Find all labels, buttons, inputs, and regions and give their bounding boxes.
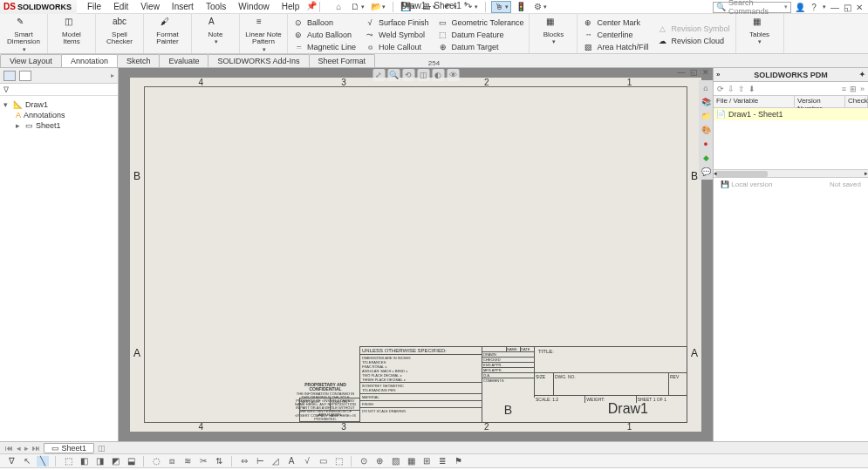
filter-dropdown-icon[interactable]: ∇ (5, 456, 17, 467)
chamfer-dim-icon[interactable]: ◿ (270, 456, 282, 467)
centerline-button[interactable]: ╌Centerline (583, 29, 648, 40)
select-tool-icon[interactable]: ↖ (21, 456, 33, 467)
tp-file-explorer-icon[interactable]: 📁 (700, 110, 712, 122)
line-tool-icon[interactable]: ╲ (37, 456, 49, 467)
add-sheet-icon[interactable]: ◫ (98, 444, 106, 453)
table-tool-icon[interactable]: ⊞ (420, 456, 433, 467)
sheet-nav-prev-icon[interactable]: ◂ (17, 444, 21, 453)
login-icon[interactable]: 👤 (795, 2, 805, 12)
ribbon-format-painter[interactable]: 🖌Format Painter (144, 14, 192, 53)
block-tool-icon[interactable]: ▦ (405, 456, 417, 467)
help-dropdown-icon[interactable]: ▾ (823, 3, 826, 10)
collapse-icon[interactable]: ▾ (3, 100, 10, 109)
pdm-pin-icon[interactable]: ✦ (859, 68, 865, 82)
tree-sheet1[interactable]: ▸▭Sheet1 (3, 120, 114, 131)
zoom-area-icon[interactable]: 🔍 (387, 69, 400, 81)
magnetic-line-button[interactable]: ⎓Magnetic Line (293, 41, 356, 52)
pdm-options-icon[interactable]: ≡ (842, 85, 846, 93)
hatch-tool-icon[interactable]: ▨ (389, 456, 401, 467)
scroll-left-icon[interactable]: ◂ (714, 170, 717, 177)
standard-view-icon[interactable]: ◧ (78, 456, 90, 467)
detail-view-icon[interactable]: ◌ (150, 456, 162, 467)
tab-sketch[interactable]: Sketch (117, 54, 161, 67)
dim-tool-icon[interactable]: ⇔ (238, 456, 250, 467)
hide-show-icon[interactable]: 👁 (447, 69, 459, 81)
options-button[interactable]: ⚙▾ (530, 2, 549, 12)
ribbon-tables[interactable]: ▦Tables▾ (736, 14, 784, 53)
geo-tol-tool-icon[interactable]: ▭ (317, 456, 329, 467)
doc-minimize-button[interactable]: — (676, 68, 687, 77)
datum-feature-button[interactable]: ⬚Datum Feature (438, 29, 524, 40)
sheet-nav-next-icon[interactable]: ▸ (24, 444, 29, 453)
drawing-canvas[interactable]: — ◱ ✕ ⤢ 🔍 ⟲ ◫ ◐ 👁 4 3 2 1 4 3 2 1 B B A (119, 68, 713, 441)
section-tool-icon[interactable]: ⬓ (125, 456, 137, 467)
prev-view-icon[interactable]: ⟲ (402, 69, 414, 81)
flag-tool-icon[interactable]: ⚑ (452, 456, 464, 467)
tp-appearances-icon[interactable]: ● (700, 138, 712, 150)
menu-insert[interactable]: Insert (167, 0, 199, 13)
sheet-nav-last-icon[interactable]: ⏭ (32, 444, 40, 453)
note-tool-icon[interactable]: A (285, 456, 297, 467)
pdm-checkin-icon[interactable]: ⇩ (728, 85, 735, 93)
ribbon-model-items[interactable]: ◫Model Items (48, 14, 96, 53)
tp-resources-icon[interactable]: ⌂ (700, 82, 712, 94)
tp-custom-props-icon[interactable]: ◆ (700, 152, 712, 164)
pdm-checkout-icon[interactable]: ⇧ (738, 85, 745, 93)
area-hatch-button[interactable]: ▨Area Hatch/Fill (583, 41, 648, 52)
crop-view-icon[interactable]: ✂ (197, 456, 209, 467)
minimize-button[interactable]: — (830, 3, 840, 12)
pdm-get-icon[interactable]: ⬇ (748, 85, 755, 93)
menu-tools[interactable]: Tools (201, 0, 231, 13)
menu-edit[interactable]: Edit (108, 0, 133, 13)
balloon-tool-icon[interactable]: ⊙ (358, 456, 370, 467)
surf-finish-tool-icon[interactable]: √ (301, 456, 313, 467)
pdm-row-draw1[interactable]: 📄 Draw1 - Sheet1 (714, 108, 868, 120)
ribbon-smart-dimension[interactable]: ✎Smart Dimension▾ (0, 14, 48, 53)
alt-pos-icon[interactable]: ⇅ (213, 456, 225, 467)
surface-finish-button[interactable]: √Surface Finish (365, 17, 429, 28)
auto-balloon-button[interactable]: ⊚Auto Balloon (293, 29, 356, 40)
menu-view[interactable]: View (135, 0, 165, 13)
open-button[interactable]: 📂▾ (369, 2, 387, 12)
pdm-tree-icon[interactable]: ⊞ (850, 85, 857, 93)
zoom-fit-icon[interactable]: ⤢ (372, 69, 385, 81)
tab-addins[interactable]: SOLIDWORKS Add-Ins (208, 54, 309, 67)
centermark-tool-icon[interactable]: ⊕ (373, 456, 386, 467)
scrollbar-thumb[interactable] (715, 171, 768, 177)
pdm-col-version[interactable]: Version Number (795, 96, 845, 107)
menu-help[interactable]: Help (277, 0, 305, 13)
menu-file[interactable]: File (82, 0, 106, 13)
fm-tab-props[interactable] (19, 71, 31, 81)
doc-maximize-button[interactable]: ◱ (688, 68, 699, 77)
ribbon-linear-note[interactable]: ≡Linear Note Pattern▾ (240, 14, 288, 53)
balloon-button[interactable]: ⊙Balloon (293, 17, 356, 28)
tab-annotation[interactable]: Annotation (61, 54, 118, 67)
pdm-expand-icon[interactable]: » (716, 68, 720, 82)
break-icon[interactable]: ≋ (181, 456, 194, 467)
sheet-nav-first-icon[interactable]: ⏮ (5, 444, 13, 453)
tab-sheet-format[interactable]: Sheet Format (309, 54, 376, 67)
geo-tolerance-button[interactable]: ▭Geometric Tolerance (438, 17, 524, 28)
tp-forum-icon[interactable]: 💬 (700, 166, 712, 178)
pdm-col-file[interactable]: File / Variable (714, 96, 795, 107)
ribbon-note[interactable]: ANote▾ (192, 14, 240, 53)
aux-view-icon[interactable]: ◩ (109, 456, 121, 467)
pdm-refresh-icon[interactable]: ⟳ (717, 85, 724, 93)
projected-view-icon[interactable]: ◨ (93, 456, 106, 467)
ordinate-icon[interactable]: ⊢ (254, 456, 266, 467)
new-button[interactable]: 🗋▾ (348, 2, 366, 12)
tp-design-library-icon[interactable]: 📚 (700, 96, 712, 108)
tab-view-layout[interactable]: View Layout (0, 54, 62, 67)
doc-close-button[interactable]: ✕ (701, 68, 711, 77)
tab-evaluate[interactable]: Evaluate (159, 54, 208, 67)
sheet-tab-sheet1[interactable]: ▭ Sheet1 (44, 443, 94, 453)
pin-icon[interactable]: 📌 (306, 0, 317, 10)
expand-icon[interactable]: ▸ (16, 121, 23, 130)
close-button[interactable]: ✕ (854, 3, 865, 12)
datum-target-button[interactable]: ⊕Datum Target (438, 41, 524, 52)
select-button[interactable]: 🖱▾ (491, 1, 511, 13)
scroll-right-icon[interactable]: ▸ (865, 170, 868, 177)
layer-tool-icon[interactable]: ≣ (436, 456, 448, 467)
pdm-more-icon[interactable]: » (860, 85, 865, 93)
fm-tab-tree[interactable] (3, 71, 16, 81)
